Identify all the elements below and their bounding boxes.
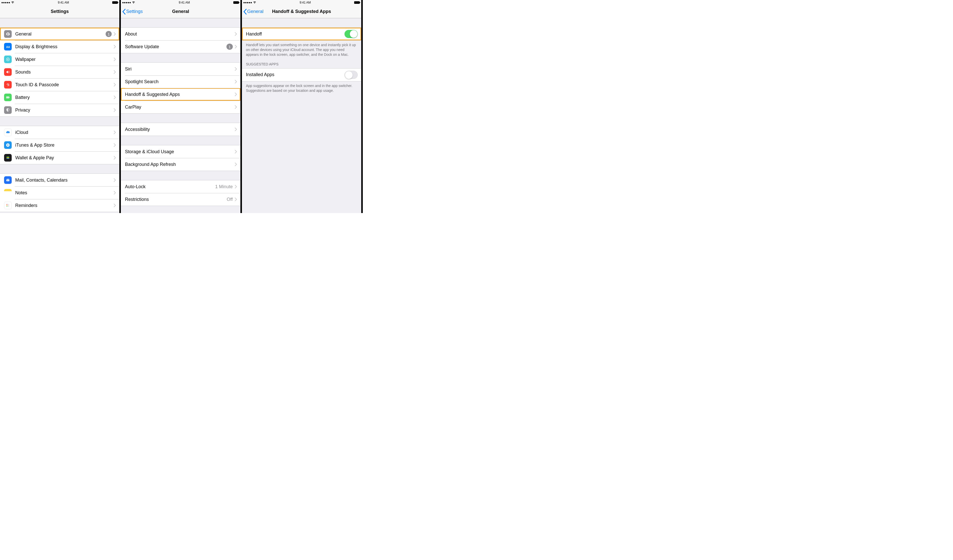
back-label: Settings	[126, 9, 143, 14]
back-label: General	[247, 9, 264, 14]
row-label: Background App Refresh	[125, 162, 234, 167]
battery-icon	[354, 1, 360, 4]
settings-row-itunes[interactable]: iTunes & App Store	[0, 139, 120, 152]
wifi-icon	[11, 1, 14, 4]
general-row-accessibility[interactable]: Accessibility	[121, 123, 240, 136]
row-label: Wallpaper	[15, 57, 114, 62]
suggested-apps-header: SUGGESTED APPS	[242, 57, 361, 68]
row-label: General	[15, 31, 106, 37]
settings-row-icloud[interactable]: iCloud	[0, 126, 120, 139]
handoff-cell[interactable]: Handoff	[242, 28, 361, 40]
reminders-icon	[4, 202, 12, 209]
settings-row-battery[interactable]: Battery	[0, 91, 120, 104]
row-label: Accessibility	[125, 127, 234, 132]
handoff-toggle[interactable]	[345, 30, 358, 38]
wifi-icon	[253, 1, 256, 4]
badge: 1	[227, 43, 233, 50]
installed-apps-label: Installed Apps	[246, 72, 345, 77]
installed-apps-cell[interactable]: Installed Apps	[242, 68, 361, 81]
handoff-label: Handoff	[246, 31, 345, 37]
row-label: Privacy	[15, 108, 114, 113]
row-label: Auto-Lock	[125, 184, 215, 189]
general-row-siri[interactable]: Siri	[121, 63, 240, 75]
row-label: Siri	[125, 67, 234, 72]
chevron-right-icon	[235, 80, 237, 84]
settings-row-general[interactable]: General1	[0, 28, 120, 40]
general-row-carplay[interactable]: CarPlay	[121, 101, 240, 113]
chevron-right-icon	[235, 105, 237, 109]
status-time: 9:41 AM	[300, 1, 311, 4]
chevron-right-icon	[114, 178, 116, 182]
general-list[interactable]: AboutSoftware Update1SiriSpotlight Searc…	[121, 18, 240, 213]
svg-rect-15	[8, 205, 9, 206]
signal-dots-icon	[123, 2, 131, 3]
row-label: iTunes & App Store	[15, 142, 114, 148]
status-time: 9:41 AM	[58, 1, 69, 4]
row-label: Notes	[15, 190, 114, 195]
settings-screen: 9:41 AM Settings General1AADisplay & Bri…	[0, 0, 121, 213]
settings-row-privacy[interactable]: Privacy	[0, 104, 120, 116]
general-row-storage-icloud-usage[interactable]: Storage & iCloud Usage	[121, 145, 240, 158]
back-button[interactable]: Settings	[123, 5, 143, 18]
settings-row-display[interactable]: AADisplay & Brightness	[0, 40, 120, 53]
general-row-background-app-refresh[interactable]: Background App Refresh	[121, 158, 240, 171]
status-bar: 9:41 AM	[0, 0, 120, 5]
general-row-about[interactable]: About	[121, 28, 240, 40]
installed-apps-toggle[interactable]	[345, 71, 358, 79]
general-row-restrictions[interactable]: RestrictionsOff	[121, 193, 240, 206]
settings-row-sounds[interactable]: Sounds	[0, 66, 120, 78]
battery-icon	[112, 1, 118, 4]
row-label: Restrictions	[125, 197, 227, 202]
settings-row-touchid[interactable]: Touch ID & Passcode	[0, 78, 120, 91]
general-row-software-update[interactable]: Software Update1	[121, 40, 240, 53]
row-label: Handoff & Suggested Apps	[125, 92, 234, 97]
nav-bar: General Handoff & Suggested Apps	[242, 5, 361, 18]
chevron-right-icon	[235, 185, 237, 189]
row-label: Mail, Contacts, Calendars	[15, 178, 114, 183]
svg-point-11	[6, 204, 7, 205]
chevron-right-icon	[114, 143, 116, 147]
settings-row-notes[interactable]: Notes	[0, 186, 120, 199]
notes-icon	[4, 189, 12, 196]
wallpaper-icon	[4, 56, 12, 63]
row-label: Sounds	[15, 70, 114, 75]
chevron-right-icon	[114, 204, 116, 207]
chevron-right-icon	[235, 198, 237, 201]
wallet-icon	[4, 154, 12, 162]
general-row-handoff-suggested-apps[interactable]: Handoff & Suggested Apps	[121, 88, 240, 101]
page-title: Handoff & Suggested Apps	[272, 9, 331, 14]
wifi-icon	[132, 1, 135, 4]
settings-list[interactable]: General1AADisplay & BrightnessWallpaperS…	[0, 18, 120, 213]
signal-dots-icon	[244, 2, 252, 3]
chevron-right-icon	[114, 57, 116, 61]
status-bar: 9:41 AM	[242, 0, 361, 5]
row-value: 1 Minute	[215, 184, 233, 189]
svg-rect-7	[6, 157, 9, 157]
handoff-list[interactable]: Handoff Handoff lets you start something…	[242, 18, 361, 213]
row-label: Wallet & Apple Pay	[15, 155, 114, 161]
back-button[interactable]: General	[244, 5, 264, 18]
general-row-auto-lock[interactable]: Auto-Lock1 Minute	[121, 180, 240, 193]
settings-row-wallpaper[interactable]: Wallpaper	[0, 53, 120, 66]
svg-rect-4	[9, 97, 10, 98]
chevron-right-icon	[235, 67, 237, 71]
general-row-spotlight-search[interactable]: Spotlight Search	[121, 75, 240, 88]
chevron-right-icon	[114, 191, 116, 195]
icloud-icon	[4, 128, 12, 136]
sounds-icon	[4, 68, 12, 76]
chevron-right-icon	[114, 96, 116, 99]
svg-text:AA: AA	[6, 45, 10, 48]
battery-icon	[233, 1, 239, 4]
chevron-right-icon	[114, 83, 116, 87]
touchid-icon	[4, 81, 12, 88]
settings-row-reminders[interactable]: Reminders	[0, 199, 120, 212]
battery-icon	[4, 94, 12, 101]
settings-row-mail[interactable]: Mail, Contacts, Calendars	[0, 174, 120, 186]
row-label: CarPlay	[125, 105, 234, 110]
general-icon	[4, 30, 12, 38]
svg-rect-16	[8, 206, 9, 207]
row-label: Software Update	[125, 44, 227, 50]
svg-rect-14	[8, 204, 9, 205]
chevron-left-icon	[123, 9, 126, 14]
settings-row-wallet[interactable]: Wallet & Apple Pay	[0, 152, 120, 164]
